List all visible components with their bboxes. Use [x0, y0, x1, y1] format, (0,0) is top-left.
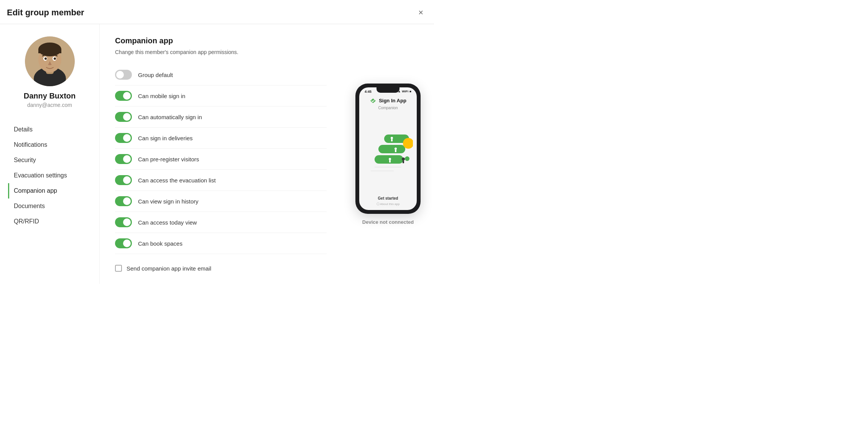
phone-app-name: Sign In App: [379, 98, 406, 103]
sidebar-item-notifications[interactable]: Notifications: [8, 137, 89, 153]
evacuation-list-label: Can access the evacuation list: [138, 177, 216, 184]
today-view-toggle[interactable]: [115, 217, 132, 227]
phone-mockup: 4:45 ▲ WiFi ■: [355, 84, 421, 214]
sidebar-item-evacuation-settings[interactable]: Evacuation settings: [8, 168, 89, 183]
permission-row-sign-in-history: Can view sign in history: [115, 191, 327, 212]
pre-register-visitors-toggle[interactable]: [115, 154, 132, 164]
device-not-connected-label: Device not connected: [362, 219, 414, 225]
modal-title: Edit group member: [7, 8, 84, 18]
svg-marker-10: [370, 98, 376, 103]
phone-status-icons: ▲ WiFi ■: [398, 90, 411, 93]
permission-row-mobile-sign-in: Can mobile sign in: [115, 85, 327, 107]
sidebar-item-security[interactable]: Security: [8, 153, 89, 168]
svg-rect-18: [391, 139, 393, 141]
svg-point-21: [389, 158, 391, 160]
svg-point-19: [395, 148, 397, 150]
main-content: Companion app Change this member's compa…: [100, 24, 342, 284]
sidebar: Danny Buxton danny@acme.com Details Noti…: [0, 24, 100, 284]
phone-notch: [376, 87, 399, 93]
sidebar-nav: Details Notifications Security Evacuatio…: [9, 122, 90, 229]
sign-in-history-toggle[interactable]: [115, 196, 132, 206]
svg-rect-24: [403, 161, 404, 163]
close-button[interactable]: ×: [417, 7, 425, 18]
invite-email-row: Send companion app invite email: [115, 265, 327, 272]
invite-email-label: Send companion app invite email: [127, 265, 211, 272]
illustration-svg: [363, 133, 413, 175]
permission-row-evacuation-list: Can access the evacuation list: [115, 170, 327, 191]
svg-point-17: [391, 137, 393, 139]
group-default-toggle[interactable]: [115, 70, 132, 80]
sidebar-item-companion-app[interactable]: Companion app: [8, 183, 89, 199]
permission-row-auto-sign-in: Can automatically sign in: [115, 107, 327, 128]
phone-area: 4:45 ▲ WiFi ■: [342, 24, 434, 284]
phone-about-label: ⓘ About this app: [376, 202, 400, 206]
modal-body: Danny Buxton danny@acme.com Details Noti…: [0, 24, 434, 284]
user-email: danny@acme.com: [27, 102, 72, 108]
mobile-sign-in-label: Can mobile sign in: [138, 93, 185, 99]
permission-row-today-view: Can access today view: [115, 212, 327, 233]
phone-time: 4:45: [365, 90, 372, 94]
avatar-image: [25, 36, 75, 86]
user-profile: Danny Buxton danny@acme.com: [9, 36, 90, 108]
section-description: Change this member's companion app permi…: [115, 49, 327, 55]
svg-rect-5: [38, 49, 61, 53]
permission-row-sign-in-deliveries: Can sign in deliveries: [115, 128, 327, 149]
auto-sign-in-label: Can automatically sign in: [138, 114, 202, 120]
svg-rect-12: [378, 145, 405, 153]
edit-group-member-modal: Edit group member ×: [0, 0, 434, 284]
sign-in-deliveries-toggle[interactable]: [115, 133, 132, 143]
avatar: [25, 36, 75, 86]
svg-rect-22: [389, 160, 391, 162]
phone-subtitle: Companion: [378, 106, 398, 110]
auto-sign-in-toggle[interactable]: [115, 112, 132, 122]
pre-register-visitors-label: Can pre-register visitors: [138, 156, 199, 162]
permission-row-book-spaces: Can book spaces: [115, 233, 327, 254]
permission-row-pre-register-visitors: Can pre-register visitors: [115, 149, 327, 170]
group-default-label: Group default: [138, 72, 173, 78]
evacuation-list-toggle[interactable]: [115, 175, 132, 185]
phone-app-logo: Sign In App: [370, 97, 406, 104]
modal-header: Edit group member ×: [0, 0, 434, 24]
sidebar-item-qr-rfid[interactable]: QR/RFID: [8, 214, 89, 229]
book-spaces-label: Can book spaces: [138, 240, 182, 247]
permission-row-group-default: Group default: [115, 64, 327, 85]
user-name: Danny Buxton: [24, 92, 76, 100]
phone-get-started-label: Get started: [378, 196, 398, 200]
mobile-sign-in-toggle[interactable]: [115, 91, 132, 101]
phone-illustration: [363, 114, 413, 194]
phone-screen: 4:45 ▲ WiFi ■: [359, 87, 417, 210]
invite-email-checkbox[interactable]: [115, 265, 122, 272]
svg-point-8: [44, 57, 47, 60]
book-spaces-toggle[interactable]: [115, 238, 132, 248]
section-title: Companion app: [115, 36, 327, 45]
sidebar-item-details[interactable]: Details: [8, 122, 89, 137]
svg-point-23: [402, 158, 405, 161]
sign-in-deliveries-label: Can sign in deliveries: [138, 135, 193, 141]
svg-point-9: [54, 57, 56, 60]
app-logo-icon: [370, 97, 376, 104]
today-view-label: Can access today view: [138, 219, 197, 226]
svg-rect-20: [395, 150, 396, 152]
sidebar-item-documents[interactable]: Documents: [8, 199, 89, 214]
sign-in-history-label: Can view sign in history: [138, 198, 199, 205]
phone-content: Sign In App Companion: [359, 94, 417, 210]
